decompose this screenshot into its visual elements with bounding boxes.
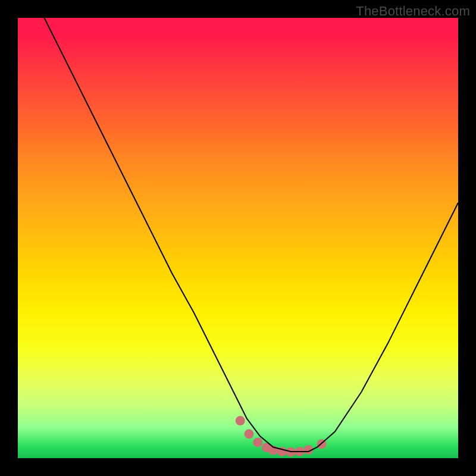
bottom-dot <box>253 437 262 447</box>
curve-layer <box>18 18 458 458</box>
chart-frame: TheBottleneck.com <box>0 0 476 476</box>
bottom-dot <box>245 429 254 439</box>
watermark-text: TheBottleneck.com <box>356 4 470 19</box>
v-curve <box>44 18 458 452</box>
plot-area <box>18 18 458 458</box>
bottom-dot <box>236 416 245 425</box>
